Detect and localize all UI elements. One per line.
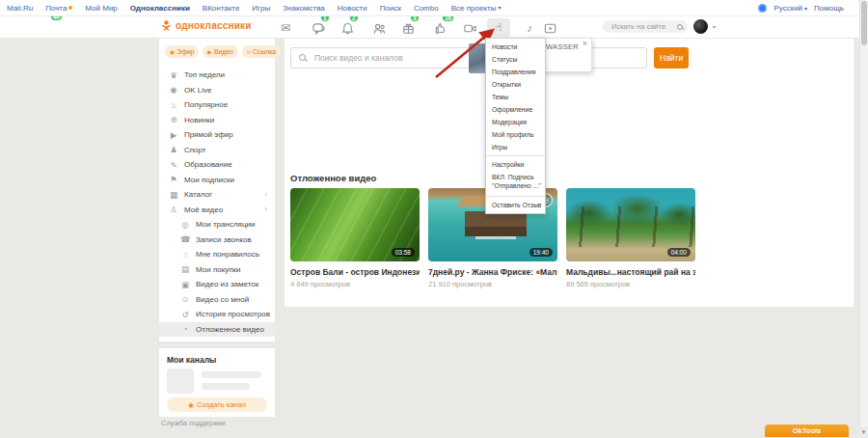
menu-item-my-profile[interactable]: Мой профиль <box>486 128 545 141</box>
live-icon: ◉ <box>169 86 178 95</box>
menu-item-statuses[interactable]: Статусы <box>486 53 545 66</box>
sidebar-item-catalog[interactable]: ▦Каталог› <box>159 187 275 203</box>
topbar-link-dating[interactable]: Знакомства <box>283 4 325 13</box>
sidebar-item-education[interactable]: ✎Образование <box>159 157 275 173</box>
link-icon: ∞ <box>247 49 251 55</box>
menu-item-congratulations[interactable]: Поздравления <box>486 66 545 78</box>
sidebar-item-my-video[interactable]: ♙Моё видео› <box>159 203 275 218</box>
main-panel: Найти Отложенное видео 03:58 Остров Бали… <box>285 39 854 307</box>
likes-icon[interactable] <box>432 20 448 36</box>
caret-down-icon: ▾ <box>498 5 501 11</box>
stream-icon: ◎ <box>180 221 190 230</box>
notifications-icon[interactable] <box>339 20 355 36</box>
menu-item-settings[interactable]: Настройки <box>486 158 545 171</box>
video-camera-icon[interactable] <box>462 20 477 36</box>
my-channels-title: Мои каналы <box>159 348 275 365</box>
menu-item-news[interactable]: Новости <box>486 41 545 53</box>
sidebar-item-popular[interactable]: ♨Популярное <box>159 97 275 113</box>
topbar-link-odnoklassniki[interactable]: Одноклассники <box>130 4 190 13</box>
sidebar-item-postponed-video[interactable]: ◔Отложенное видео <box>159 322 275 338</box>
topbar-link-news[interactable]: Новости <box>338 4 367 13</box>
topbar-link-mail[interactable]: Почта <box>45 4 72 13</box>
topbar-link-games[interactable]: Игры <box>252 4 270 13</box>
topbar: Mail.Ru Почта Мой Мир Одноклассники ВКон… <box>0 0 859 16</box>
menu-item-signature-toggle[interactable]: ВКЛ. Подпись "Отправлено ..." <box>486 171 545 194</box>
catalog-icon: ▦ <box>169 191 178 200</box>
pill-link[interactable]: ∞Ссылка <box>242 45 281 58</box>
site-search-input[interactable] <box>610 21 677 32</box>
ok-logo-icon <box>160 19 173 32</box>
topbar-link-vkontakte[interactable]: ВКонтакте <box>203 4 240 13</box>
support-link[interactable]: Служба поддержки <box>161 419 226 427</box>
sidebar-item-watch-history[interactable]: ↺История просмотров <box>159 307 275 322</box>
video-thumbnail[interactable]: 03:58 <box>290 188 420 261</box>
scrollbar-down-icon[interactable]: ▼ <box>859 426 868 438</box>
live-icon: ◉ <box>170 49 175 55</box>
menu-divider <box>486 196 545 197</box>
history-icon: ↺ <box>180 311 190 319</box>
chat-icon[interactable] <box>311 20 326 36</box>
camera-icon: ▶ <box>207 49 212 55</box>
topbar-link-search[interactable]: Поиск <box>380 4 401 13</box>
topbar-link-all-projects[interactable]: Все проекты▾ <box>451 4 502 13</box>
sidebar-item-subscriptions[interactable]: ⚑Мои подписки <box>159 173 275 188</box>
channel-skeleton-line <box>202 383 250 390</box>
search-icon <box>677 24 683 30</box>
create-channel-button[interactable]: ◉ Создать канал <box>167 397 267 412</box>
avatar[interactable] <box>693 19 708 34</box>
video-card[interactable]: 03:58 Остров Бали - остров Индонезии. Кр… <box>290 188 420 288</box>
sidebar-item-liked[interactable]: ☝Мне понравилось <box>159 247 275 262</box>
ok-logo[interactable]: одноклассники <box>160 19 252 32</box>
topbar-link-moymir[interactable]: Мой Мир <box>85 4 117 13</box>
video-thumbnail[interactable]: 04:00 <box>566 188 695 261</box>
chevron-right-icon: › <box>264 191 267 199</box>
sidebar-item-call-records[interactable]: ☎Записи звонков <box>159 233 275 248</box>
video-views: 4 849 просмотров <box>290 280 420 288</box>
sidebar-menu: ♛Топ недели ◉OK Live ♨Популярное ⊛Новинк… <box>159 68 275 337</box>
topbar-link-mailru[interactable]: Mail.Ru <box>7 4 33 13</box>
menu-item-feedback[interactable]: Оставить Отзыв <box>486 199 545 211</box>
menu-item-themes[interactable]: Темы <box>486 91 545 103</box>
messages-icon[interactable]: ✉ <box>278 20 293 36</box>
sidebar-item-live-broadcast[interactable]: ▶Прямой эфир <box>159 127 275 143</box>
gifts-icon[interactable] <box>400 20 416 36</box>
phone-icon: ☎ <box>180 235 190 244</box>
menu-item-design[interactable]: Оформление <box>486 103 545 116</box>
profile-caret-icon[interactable]: ▾ <box>713 24 716 30</box>
sidebar-item-top-of-week[interactable]: ♛Топ недели <box>159 68 275 83</box>
close-icon[interactable]: × <box>583 40 587 48</box>
click-hand-icon[interactable]: ☝ <box>487 18 510 37</box>
header: одноклассники 40 ✉ 1 2 3 16 ☝ ♪ <box>0 16 859 39</box>
sidebar-item-my-streams[interactable]: ◎Мои трансляции <box>159 217 275 233</box>
friends-icon[interactable] <box>371 20 387 36</box>
scrollbar-thumb[interactable] <box>861 1 867 45</box>
topbar-link-combo[interactable]: Combo <box>414 4 439 13</box>
menu-item-games[interactable]: Игры <box>486 141 545 153</box>
channel-skeleton-thumb <box>167 369 194 394</box>
sidebar-item-ok-live[interactable]: ◉OK Live <box>159 83 275 98</box>
video-title[interactable]: Мальдивы...настоящий рай на земле. $... <box>566 267 695 277</box>
pill-efir[interactable]: ◉Эфир <box>165 45 199 58</box>
dropdown-menu: Новости Статусы Поздравления Открытки Те… <box>485 38 546 214</box>
sidebar-item-video-from-notes[interactable]: ▣Видео из заметок <box>159 277 275 292</box>
sidebar-item-sport[interactable]: ♟Спорт <box>159 143 275 158</box>
sidebar-item-video-with-me[interactable]: ☺Видео со мной <box>159 292 275 308</box>
logo-text: одноклассники <box>176 20 252 31</box>
video-title[interactable]: 7дней.ру - Жанна Фриске: «Мальдивы ... <box>428 267 557 277</box>
sidebar-item-purchases[interactable]: ▤Мои покупки <box>159 262 275 278</box>
person-icon: ♙ <box>169 205 178 214</box>
pill-video[interactable]: ▶Видео <box>203 45 237 58</box>
scrollbar[interactable]: ▼ <box>859 0 868 438</box>
help-link[interactable]: Помощь <box>814 4 844 13</box>
music-icon[interactable]: ♪ <box>522 20 537 36</box>
video-service-icon[interactable] <box>542 20 557 36</box>
video-title[interactable]: Остров Бали - остров Индонезии. Крас... <box>290 267 420 277</box>
menu-item-moderation[interactable]: Модерация <box>486 116 545 128</box>
language-selector[interactable]: Русский▾ <box>773 4 807 13</box>
topbar-right: Русский▾ Помощь <box>758 0 844 16</box>
find-button[interactable]: Найти <box>654 47 689 68</box>
menu-item-postcards[interactable]: Открытки <box>486 78 545 91</box>
oktools-button[interactable]: OkTools <box>765 424 849 437</box>
video-card[interactable]: 04:00 Мальдивы...настоящий рай на земле.… <box>566 188 695 288</box>
sidebar-item-new[interactable]: ⊛Новинки <box>159 113 275 128</box>
